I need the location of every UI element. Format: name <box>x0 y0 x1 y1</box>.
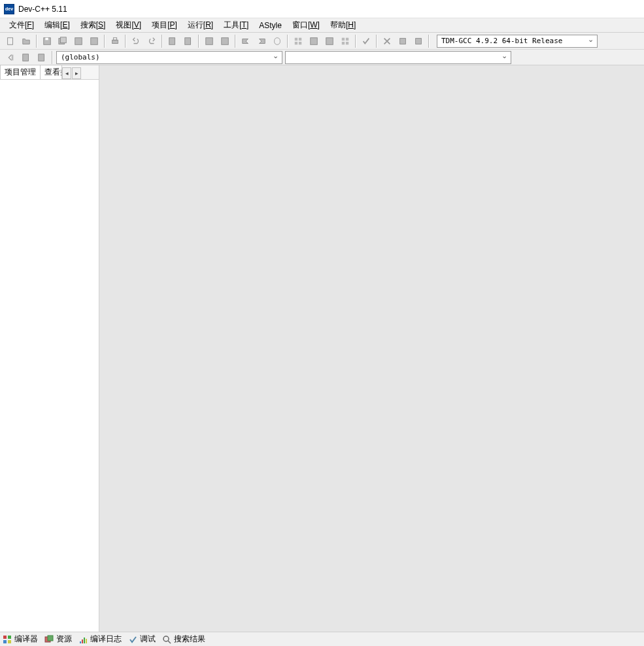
undo-icon[interactable] <box>129 34 143 48</box>
window-title: Dev-C++ 5.11 <box>18 5 67 14</box>
menu-run[interactable]: 运行[R] <box>182 18 218 32</box>
svg-rect-35 <box>82 639 83 643</box>
find-icon[interactable] <box>165 34 180 48</box>
tool-icon[interactable] <box>396 34 410 48</box>
svg-rect-31 <box>8 640 11 643</box>
tab-resources[interactable]: 资源 <box>44 634 72 645</box>
close-icon[interactable] <box>380 34 394 48</box>
compile-icon[interactable] <box>202 34 216 48</box>
svg-rect-17 <box>311 37 318 44</box>
check-icon[interactable] <box>359 34 373 48</box>
svg-rect-37 <box>86 639 87 643</box>
menu-project[interactable]: 项目[P] <box>146 18 182 32</box>
save-as-icon[interactable] <box>71 34 86 48</box>
menu-search[interactable]: 搜索[S] <box>75 18 111 32</box>
separator <box>52 51 53 64</box>
members-select[interactable] <box>285 51 511 64</box>
svg-rect-11 <box>206 37 213 44</box>
tab-debug[interactable]: 调试 <box>128 634 156 645</box>
svg-rect-15 <box>295 41 297 44</box>
svg-rect-9 <box>169 37 175 44</box>
svg-line-39 <box>168 641 171 643</box>
left-panel: 项目管理 查看类 ◂ ▸ <box>0 65 99 632</box>
grid1-icon[interactable] <box>291 34 305 48</box>
tab-project[interactable]: 项目管理 <box>0 65 41 79</box>
scope-toolbar: (globals) <box>0 50 644 65</box>
grid3-icon[interactable] <box>322 34 337 48</box>
svg-rect-21 <box>342 41 345 44</box>
svg-point-38 <box>163 636 169 641</box>
compiler-tab-icon <box>3 635 12 644</box>
bookmark-prev-icon[interactable] <box>19 50 33 65</box>
project-tree[interactable] <box>0 80 99 632</box>
debug-icon[interactable] <box>270 34 284 48</box>
tab-scroll-left-icon[interactable]: ◂ <box>62 67 71 79</box>
redo-icon[interactable] <box>144 34 159 48</box>
menu-help[interactable]: 帮助[H] <box>325 18 361 32</box>
replace-icon[interactable] <box>181 34 195 48</box>
svg-rect-27 <box>39 54 44 61</box>
tab-debug-label: 调试 <box>140 634 156 645</box>
svg-rect-20 <box>346 37 348 40</box>
separator <box>36 35 37 48</box>
svg-rect-36 <box>84 638 85 643</box>
separator <box>161 35 163 48</box>
tab-classes[interactable]: 查看类 <box>40 65 62 79</box>
tab-compile-log-label: 编译日志 <box>90 634 122 645</box>
svg-rect-13 <box>295 37 297 40</box>
main-area: 项目管理 查看类 ◂ ▸ <box>0 65 644 632</box>
svg-rect-33 <box>48 636 53 641</box>
svg-rect-2 <box>45 37 48 40</box>
open-icon[interactable] <box>19 34 33 48</box>
menu-window[interactable]: 窗口[W] <box>287 18 325 32</box>
compiler-select[interactable]: TDM-GCC 4.9.2 64-bit Release <box>437 35 598 48</box>
svg-rect-4 <box>61 37 67 42</box>
save-icon[interactable] <box>40 34 54 48</box>
run-icon[interactable] <box>218 34 232 48</box>
menubar: 文件[F] 编辑[E] 搜索[S] 视图[V] 项目[P] 运行[R] 工具[T… <box>0 18 644 33</box>
svg-rect-8 <box>113 37 116 40</box>
separator <box>198 35 199 48</box>
tab-compile-log[interactable]: 编译日志 <box>78 634 122 645</box>
svg-rect-19 <box>342 37 345 40</box>
tab-compiler[interactable]: 编译器 <box>3 634 38 645</box>
grid2-icon[interactable] <box>307 34 321 48</box>
save-all-icon[interactable] <box>56 34 70 48</box>
main-toolbar: TDM-GCC 4.9.2 64-bit Release <box>0 33 644 50</box>
bookmark-next-icon[interactable] <box>35 50 49 65</box>
menu-view[interactable]: 视图[V] <box>110 18 146 32</box>
rebuild-icon[interactable] <box>254 34 269 48</box>
search-results-tab-icon <box>162 635 171 644</box>
svg-rect-30 <box>3 640 7 643</box>
grid4-icon[interactable] <box>338 34 352 48</box>
tool2-icon[interactable] <box>411 34 426 48</box>
svg-rect-14 <box>299 37 301 40</box>
svg-rect-34 <box>80 641 81 643</box>
svg-rect-22 <box>346 41 348 44</box>
separator <box>125 35 126 48</box>
goto-back-icon[interactable] <box>3 50 18 65</box>
new-file-icon[interactable] <box>3 34 18 48</box>
svg-rect-29 <box>8 636 11 639</box>
menu-file[interactable]: 文件[F] <box>4 18 39 32</box>
separator <box>104 35 105 48</box>
svg-rect-6 <box>91 37 98 44</box>
separator <box>235 35 236 48</box>
separator <box>287 35 288 48</box>
svg-rect-26 <box>23 54 29 61</box>
app-icon: dev <box>4 4 14 14</box>
globals-select[interactable]: (globals) <box>56 51 282 64</box>
menu-edit[interactable]: 编辑[E] <box>39 18 75 32</box>
menu-astyle[interactable]: AStyle <box>254 20 287 31</box>
tab-scroll-right-icon[interactable]: ▸ <box>72 67 81 79</box>
separator <box>428 35 430 48</box>
svg-rect-0 <box>8 37 13 44</box>
svg-rect-7 <box>112 40 118 43</box>
compile-run-icon[interactable] <box>239 34 253 48</box>
save-project-icon[interactable] <box>87 34 101 48</box>
editor-area[interactable] <box>99 65 644 632</box>
tab-search-results[interactable]: 搜索结果 <box>162 634 205 645</box>
print-icon[interactable] <box>108 34 122 48</box>
menu-tools[interactable]: 工具[T] <box>218 18 254 32</box>
bottom-tabs: 编译器 资源 编译日志 调试 搜索结果 <box>0 632 644 646</box>
